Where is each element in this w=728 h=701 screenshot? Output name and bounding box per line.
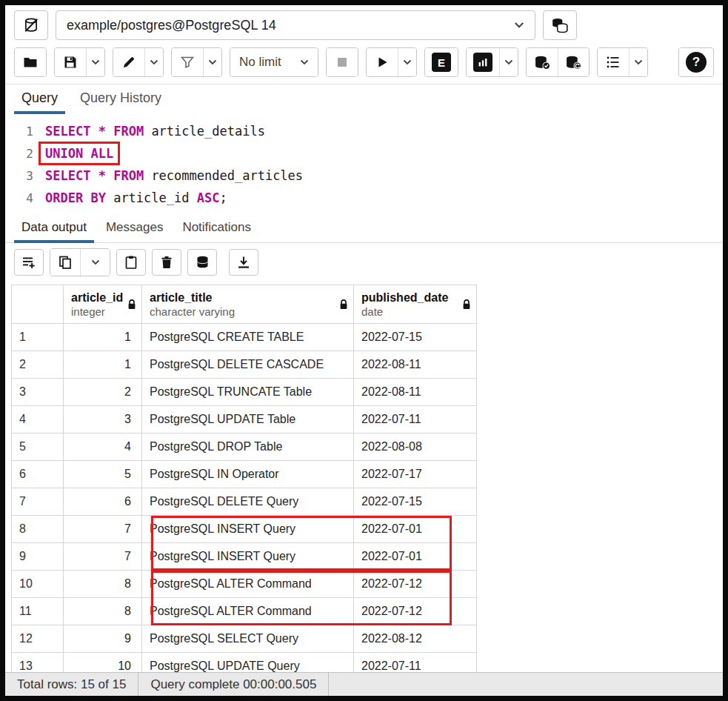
code-line[interactable]: 4ORDER BY article_id ASC; [5, 187, 723, 209]
column-header-article-title[interactable]: article_title character varying [142, 285, 354, 324]
article-title-cell[interactable]: PostgreSQL DROP Table [142, 433, 354, 461]
row-number-cell[interactable]: 11 [12, 598, 64, 625]
article-title-cell[interactable]: PostgreSQL SELECT Query [142, 625, 354, 653]
published-date-cell[interactable]: 2022-07-12 [354, 571, 477, 598]
table-row[interactable]: 43PostgreSQL UPDATE Table2022-07-11 [12, 406, 477, 433]
article-id-cell[interactable]: 9 [64, 625, 142, 653]
connection-select[interactable]: example/postgres@PostgreSQL 14 [56, 10, 535, 40]
published-date-cell[interactable]: 2022-07-15 [354, 324, 477, 351]
column-header-article-id[interactable]: article_id integer [64, 285, 142, 324]
table-row[interactable]: 32PostgreSQL TRUNCATE Table2022-08-11 [12, 379, 477, 406]
explain-options-dropdown[interactable] [499, 48, 518, 76]
published-date-cell[interactable]: 2022-08-08 [354, 433, 477, 461]
table-row[interactable]: 76PostgreSQL DELETE Query2022-07-15 [12, 488, 477, 516]
row-number-cell[interactable]: 7 [12, 488, 64, 516]
table-row[interactable]: 65PostgreSQL IN Operator2022-07-17 [12, 461, 477, 488]
edit-options-dropdown[interactable] [144, 48, 163, 76]
article-id-cell[interactable]: 10 [64, 653, 142, 673]
table-row[interactable]: 129PostgreSQL SELECT Query2022-08-12 [12, 625, 477, 653]
row-number-cell[interactable]: 8 [12, 516, 64, 543]
code-line[interactable]: 3SELECT * FROM recommended_articles [5, 165, 723, 187]
copy-button[interactable] [50, 249, 80, 276]
save-data-changes-button[interactable] [187, 249, 217, 276]
tab-messages[interactable]: Messages [98, 215, 170, 243]
published-date-cell[interactable]: 2022-07-01 [354, 543, 477, 571]
article-id-cell[interactable]: 6 [64, 488, 142, 516]
new-connection-button[interactable] [543, 10, 577, 40]
published-date-cell[interactable]: 2022-07-01 [354, 516, 477, 543]
article-title-cell[interactable]: PostgreSQL TRUNCATE Table [142, 379, 354, 406]
row-number-cell[interactable]: 1 [12, 324, 64, 351]
code-line[interactable]: 2UNION ALL [5, 142, 723, 165]
article-id-cell[interactable]: 7 [64, 543, 142, 571]
article-id-cell[interactable]: 8 [64, 571, 142, 598]
row-number-cell[interactable]: 3 [12, 379, 64, 406]
add-row-button[interactable] [14, 249, 44, 276]
row-number-cell[interactable]: 10 [12, 571, 64, 598]
stop-query-button[interactable] [327, 48, 358, 76]
copy-options-dropdown[interactable] [80, 249, 110, 276]
article-id-cell[interactable]: 1 [64, 351, 142, 379]
explain-button[interactable]: E [425, 48, 458, 76]
row-number-cell[interactable]: 9 [12, 543, 64, 571]
filter-options-dropdown[interactable] [203, 48, 221, 76]
article-id-cell[interactable]: 3 [64, 406, 142, 433]
table-row[interactable]: 1310PostgreSQL UPDATE Query2022-07-11 [12, 653, 477, 673]
corner-header-cell[interactable] [12, 285, 64, 324]
published-date-cell[interactable]: 2022-08-11 [354, 351, 477, 379]
help-button[interactable]: ? [679, 48, 713, 76]
article-id-cell[interactable]: 8 [64, 598, 142, 625]
table-row[interactable]: 97PostgreSQL INSERT Query2022-07-01 [12, 543, 477, 571]
tab-data-output[interactable]: Data output [14, 215, 94, 243]
tab-query-history[interactable]: Query History [73, 84, 169, 114]
article-title-cell[interactable]: PostgreSQL DELETE CASCADE [142, 351, 354, 379]
macros-options-dropdown[interactable] [629, 48, 647, 76]
table-row[interactable]: 11PostgreSQL CREATE TABLE2022-07-15 [12, 324, 477, 351]
article-id-cell[interactable]: 2 [64, 379, 142, 406]
sql-editor[interactable]: 1SELECT * FROM article_details2UNION ALL… [5, 114, 723, 215]
published-date-cell[interactable]: 2022-08-12 [354, 625, 477, 653]
article-title-cell[interactable]: PostgreSQL IN Operator [142, 461, 354, 488]
explain-analyze-button[interactable] [467, 48, 499, 76]
execute-options-dropdown[interactable] [398, 48, 416, 76]
published-date-cell[interactable]: 2022-07-11 [354, 406, 477, 433]
table-row[interactable]: 87PostgreSQL INSERT Query2022-07-01 [12, 516, 477, 543]
article-title-cell[interactable]: PostgreSQL UPDATE Table [142, 406, 354, 433]
row-number-cell[interactable]: 13 [12, 653, 64, 673]
published-date-cell[interactable]: 2022-07-11 [354, 653, 477, 673]
commit-button[interactable] [527, 48, 558, 76]
delete-row-button[interactable] [152, 249, 181, 276]
macros-button[interactable] [598, 48, 629, 76]
save-options-dropdown[interactable] [86, 48, 104, 76]
row-number-cell[interactable]: 2 [12, 351, 64, 379]
article-title-cell[interactable]: PostgreSQL DELETE Query [142, 488, 354, 516]
paste-button[interactable] [116, 249, 146, 276]
row-limit-select[interactable]: No limit [230, 48, 318, 76]
row-number-cell[interactable]: 6 [12, 461, 64, 488]
article-id-cell[interactable]: 5 [64, 461, 142, 488]
article-title-cell[interactable]: PostgreSQL INSERT Query [142, 543, 354, 571]
table-row[interactable]: 118PostgreSQL ALTER Command2022-07-12 [12, 598, 477, 625]
connection-status-button[interactable] [14, 10, 48, 40]
table-row[interactable]: 108PostgreSQL ALTER Command2022-07-12 [12, 571, 477, 598]
save-file-button[interactable] [55, 48, 86, 76]
tab-query[interactable]: Query [14, 84, 65, 114]
article-id-cell[interactable]: 7 [64, 516, 142, 543]
published-date-cell[interactable]: 2022-08-11 [354, 379, 477, 406]
article-id-cell[interactable]: 1 [64, 324, 142, 351]
column-header-published-date[interactable]: published_date date [354, 285, 477, 324]
published-date-cell[interactable]: 2022-07-15 [354, 488, 477, 516]
download-results-button[interactable] [229, 249, 258, 276]
code-line[interactable]: 1SELECT * FROM article_details [5, 120, 723, 142]
article-title-cell[interactable]: PostgreSQL ALTER Command [142, 571, 354, 598]
published-date-cell[interactable]: 2022-07-17 [354, 461, 477, 488]
filter-button[interactable] [172, 48, 203, 76]
open-file-button[interactable] [15, 48, 46, 76]
rollback-button[interactable] [558, 48, 589, 76]
table-row[interactable]: 54PostgreSQL DROP Table2022-08-08 [12, 433, 477, 461]
row-number-cell[interactable]: 5 [12, 433, 64, 461]
tab-notifications[interactable]: Notifications [175, 215, 258, 243]
article-title-cell[interactable]: PostgreSQL CREATE TABLE [142, 324, 354, 351]
edit-button[interactable] [113, 48, 144, 76]
article-id-cell[interactable]: 4 [64, 433, 142, 461]
